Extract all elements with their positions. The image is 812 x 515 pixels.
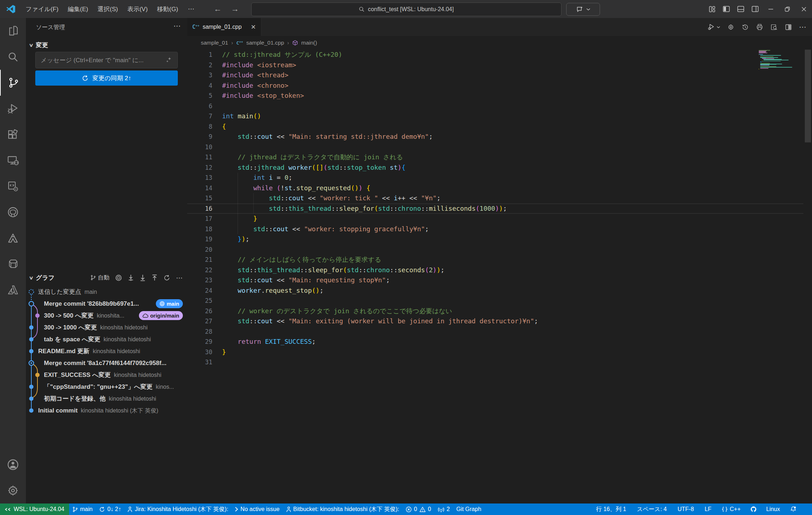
gear-icon[interactable] xyxy=(727,23,735,31)
code-line[interactable]: 3#include <thread> xyxy=(187,70,812,81)
bitbucket-cube-icon[interactable] xyxy=(0,251,26,277)
toggle-secondary-sidebar-icon[interactable] xyxy=(748,0,762,18)
code-line[interactable]: 21 // メインはしばらく待ってから停止を要求する xyxy=(187,255,812,265)
commit-row[interactable]: 送信した変更点main xyxy=(26,286,187,298)
code-line[interactable]: 16 std::this_thread::sleep_for(std::chro… xyxy=(187,204,812,214)
command-center-search[interactable]: conflict_test [WSL: Ubuntu-24.04] xyxy=(251,3,561,16)
split-editor-icon[interactable] xyxy=(785,23,792,31)
graph-section-header[interactable]: ∨ グラフ xyxy=(30,272,55,284)
timeline-history-icon[interactable] xyxy=(741,23,749,31)
menu-view[interactable]: 表示(V) xyxy=(123,0,153,18)
vertical-scrollbar[interactable] xyxy=(805,50,811,142)
encoding-indicator[interactable]: UTF-8 xyxy=(675,503,697,515)
active-issue-status[interactable]: No active issue xyxy=(231,503,283,515)
code-line[interactable]: 15 std::cout << "worker: tick " << i++ <… xyxy=(187,193,812,204)
changes-section-header[interactable]: ∨ 変更 xyxy=(30,40,48,50)
editor-more-actions-icon[interactable]: ⋯ xyxy=(799,23,806,31)
breadcrumb-folder[interactable]: sample_01 xyxy=(201,40,228,46)
customize-layout-icon[interactable] xyxy=(705,0,719,18)
commit-row[interactable]: Initial commitkinoshita hidetoshi (木下 英俊… xyxy=(26,405,187,416)
graph-repo-picker[interactable]: 自動 xyxy=(90,274,109,282)
open-preview-icon[interactable] xyxy=(770,23,778,31)
code-line[interactable]: 20 xyxy=(187,245,812,255)
toggle-primary-sidebar-icon[interactable] xyxy=(719,0,734,18)
eol-indicator[interactable]: LF xyxy=(702,503,715,515)
explorer-icon[interactable] xyxy=(0,18,26,44)
window-minimize-button[interactable] xyxy=(762,0,779,18)
scm-more-actions-icon[interactable]: ⋯ xyxy=(173,22,181,30)
code-line[interactable]: 2#include <iostream> xyxy=(187,60,812,70)
tab-close-icon[interactable]: ✕ xyxy=(251,23,256,31)
ports-indicator[interactable]: 2 xyxy=(434,503,453,515)
remote-indicator[interactable]: WSL: Ubuntu-24.04 xyxy=(0,503,69,515)
search-icon[interactable] xyxy=(0,44,26,70)
git-graph-status[interactable]: Git Graph xyxy=(453,503,484,515)
code-line[interactable]: 24 worker.request_stop(); xyxy=(187,286,812,296)
window-close-button[interactable] xyxy=(795,0,812,18)
commit-row[interactable]: README.md 更新kinoshita hidetoshi xyxy=(26,345,187,357)
branch-badge-origin-main[interactable]: origin/main xyxy=(139,311,183,320)
code-line[interactable]: 8{ xyxy=(187,122,812,132)
os-indicator[interactable]: Linux xyxy=(763,503,783,515)
code-line[interactable]: 29 return EXIT_SUCCESS; xyxy=(187,337,812,347)
commit-row[interactable]: Merge commit '8a1c77f4f6144f7092c958f... xyxy=(26,357,187,369)
pull-icon[interactable] xyxy=(140,274,146,281)
commit-row[interactable]: tab を space へ変更kinoshita hidetoshi xyxy=(26,333,187,345)
commit-row[interactable]: 300 -> 1000 へ変更kinoshita hidetoshi xyxy=(26,322,187,333)
indentation-indicator[interactable]: スペース: 4 xyxy=(634,503,670,515)
cursor-position[interactable]: 行 16、列 1 xyxy=(593,503,630,515)
commit-row[interactable]: Merge commit '826b8b9b697e1... main xyxy=(26,298,187,310)
language-indicator[interactable]: C++ xyxy=(718,503,744,515)
menu-edit[interactable]: 編集(E) xyxy=(63,0,93,18)
code-line[interactable]: 14 while (!st.stop_requested()) { xyxy=(187,183,812,193)
code-line[interactable]: 12 std::jthread worker([](std::stop_toke… xyxy=(187,163,812,173)
run-debug-icon[interactable] xyxy=(707,23,720,31)
push-icon[interactable] xyxy=(152,274,158,281)
commit-row[interactable]: 300 -> 500 へ変更kinoshita... origin/main xyxy=(26,310,187,322)
code-area[interactable]: 1// std::jthread サンプル (C++20)2#include <… xyxy=(187,50,812,503)
nav-forward-icon[interactable]: → xyxy=(231,4,239,14)
sparkle-icon[interactable] xyxy=(165,56,172,64)
commit-row[interactable]: 「"cppStandard": "gnu++23"」へ変更kinos... xyxy=(26,381,187,393)
notifications-bell-icon[interactable] xyxy=(787,503,800,515)
menu-selection[interactable]: 選択(S) xyxy=(93,0,123,18)
atlassian-icon[interactable] xyxy=(0,225,26,251)
code-line[interactable]: 27 std::cout << "Main: exiting (worker w… xyxy=(187,316,812,327)
code-line[interactable]: 17 } xyxy=(187,214,812,224)
refresh-icon[interactable] xyxy=(163,274,170,281)
code-line[interactable]: 28 xyxy=(187,327,812,337)
commit-row[interactable]: EXIT_SUCCESS へ変更kinoshita hidetoshi xyxy=(26,369,187,381)
remote-explorer-icon[interactable] xyxy=(0,147,26,173)
bitbucket-status[interactable]: Bitbucket: kinoshita hidetoshi (木下 英俊): xyxy=(283,503,402,515)
account-icon[interactable] xyxy=(0,452,26,478)
jira-status[interactable]: Jira: Kinoshita Hidetoshi (木下 英俊): xyxy=(124,503,231,515)
code-line[interactable]: 30} xyxy=(187,347,812,357)
window-restore-button[interactable] xyxy=(779,0,795,18)
extensions-icon[interactable] xyxy=(0,122,26,147)
commit-message-input[interactable]: メッセージ (Ctrl+Enter で "main" に... xyxy=(35,52,178,68)
fetch-icon[interactable] xyxy=(128,274,134,281)
code-line[interactable]: 4#include <chrono> xyxy=(187,81,812,91)
code-line[interactable]: 11 // jthread はデストラクタで自動的に join される xyxy=(187,152,812,163)
breadcrumb-file[interactable]: sample_01.cpp xyxy=(246,40,284,46)
menu-overflow[interactable]: ⋯ xyxy=(183,5,199,13)
code-line[interactable]: 10 xyxy=(187,142,812,152)
code-line[interactable]: 25 xyxy=(187,296,812,306)
minimap[interactable] xyxy=(759,50,796,70)
code-line[interactable]: 26 // worker のデストラクタで join されるのでここで待つ必要は… xyxy=(187,306,812,316)
graph-more-icon[interactable]: ⋯ xyxy=(176,274,183,282)
code-line[interactable]: 22 std::this_thread::sleep_for(std::chro… xyxy=(187,265,812,275)
code-line[interactable]: 31 xyxy=(187,357,812,368)
branch-badge-main[interactable]: main xyxy=(156,299,183,308)
remote-repositories-icon[interactable] xyxy=(0,173,26,199)
sync-indicator[interactable]: 0↓ 2↑ xyxy=(96,503,124,515)
code-line[interactable]: 6 xyxy=(187,101,812,111)
nav-back-icon[interactable]: ← xyxy=(214,4,222,14)
menu-file[interactable]: ファイル(F) xyxy=(21,0,63,18)
code-line[interactable]: 7int main() xyxy=(187,111,812,122)
code-line[interactable]: 9 std::cout << "Main: starting std::jthr… xyxy=(187,132,812,142)
target-icon[interactable] xyxy=(115,274,122,281)
menu-go[interactable]: 移動(G) xyxy=(152,0,183,18)
code-line[interactable]: 19 }); xyxy=(187,234,812,245)
commit-row[interactable]: 初期コードを登録、他kinoshita hidetoshi xyxy=(26,393,187,405)
